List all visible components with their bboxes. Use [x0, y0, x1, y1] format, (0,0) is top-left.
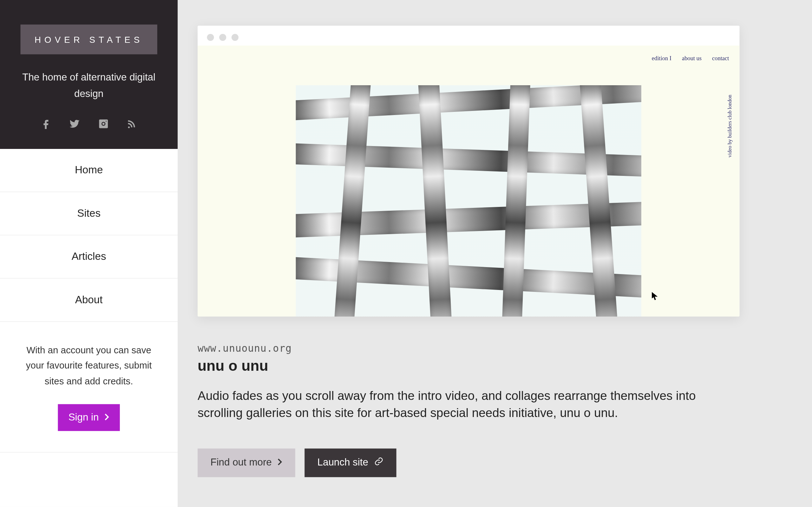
- traffic-dot: [219, 34, 226, 41]
- launch-site-label: Launch site: [317, 457, 368, 469]
- find-out-more-label: Find out more: [210, 457, 271, 469]
- sidebar-header: HOVER STATES The home of alternative dig…: [0, 0, 177, 149]
- sidebar: HOVER STATES The home of alternative dig…: [0, 0, 177, 507]
- account-text: With an account you can save your favour…: [17, 343, 160, 389]
- traffic-dot: [207, 34, 214, 41]
- post-title: unu o unu: [198, 357, 740, 374]
- twitter-icon[interactable]: [69, 118, 81, 129]
- preview-nav-item[interactable]: about us: [682, 55, 702, 61]
- nav-articles[interactable]: Articles: [0, 235, 177, 279]
- cursor-icon: [652, 292, 658, 300]
- preview-credit: video by builders club london: [727, 95, 732, 158]
- preview-nav-item[interactable]: edition I: [652, 55, 671, 61]
- logo[interactable]: HOVER STATES: [20, 24, 157, 54]
- preview-nav: edition I about us contact: [652, 55, 729, 61]
- launch-site-button[interactable]: Launch site: [305, 448, 396, 477]
- signin-button[interactable]: Sign in: [58, 404, 119, 431]
- post-actions: Find out more Launch site: [198, 448, 740, 477]
- nav-home[interactable]: Home: [0, 149, 177, 192]
- nav-sites[interactable]: Sites: [0, 192, 177, 235]
- post-description: Audio fades as you scroll away from the …: [198, 387, 735, 421]
- main-content: edition I about us contact video by buil…: [177, 0, 812, 507]
- preview-art: [296, 85, 641, 317]
- rss-icon[interactable]: [126, 118, 137, 129]
- browser-traffic-lights: [198, 26, 740, 46]
- find-out-more-button[interactable]: Find out more: [198, 448, 295, 477]
- browser-frame: edition I about us contact video by buil…: [198, 26, 740, 317]
- sidebar-nav: Home Sites Articles About: [0, 149, 177, 322]
- post: www.unuounu.org unu o unu Audio fades as…: [198, 342, 740, 477]
- tagline: The home of alternative digital design: [12, 69, 166, 102]
- link-icon: [374, 457, 383, 469]
- traffic-dot: [232, 34, 239, 41]
- signin-label: Sign in: [68, 412, 99, 424]
- chevron-right-icon: [277, 457, 282, 469]
- account-promo: With an account you can save your favour…: [0, 322, 177, 453]
- chevron-right-icon: [105, 412, 109, 424]
- nav-about[interactable]: About: [0, 279, 177, 322]
- preview-nav-item[interactable]: contact: [712, 55, 729, 61]
- post-url[interactable]: www.unuounu.org: [198, 342, 740, 354]
- facebook-icon[interactable]: [41, 118, 51, 129]
- social-icons: [12, 116, 166, 129]
- site-preview[interactable]: edition I about us contact video by buil…: [198, 46, 740, 317]
- instagram-icon[interactable]: [98, 118, 109, 129]
